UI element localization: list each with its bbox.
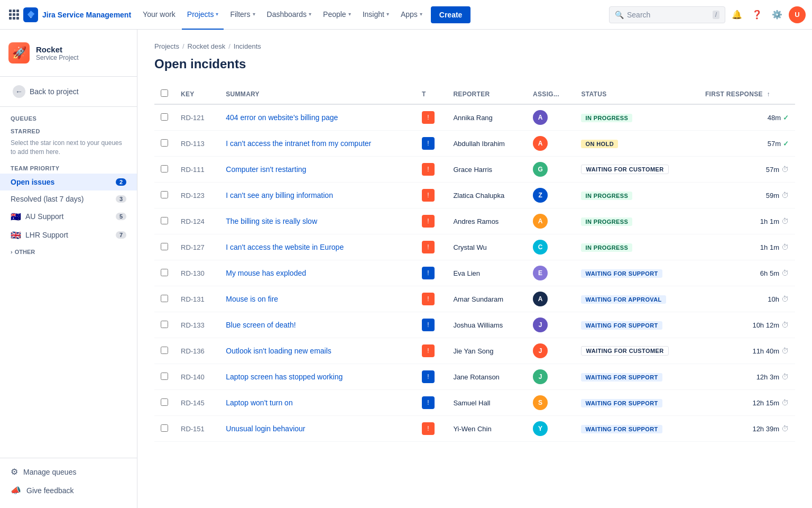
summary-link[interactable]: Laptop screen has stopped working bbox=[226, 373, 343, 381]
response-clock-icon: ⏱ bbox=[781, 321, 789, 329]
row-checkbox[interactable] bbox=[161, 295, 168, 302]
sidebar-item-lhr-support[interactable]: 🇬🇧 LHR Support 7 bbox=[0, 226, 137, 244]
row-checkbox[interactable] bbox=[161, 347, 168, 354]
summary-link[interactable]: My mouse has exploded bbox=[226, 269, 306, 277]
notifications-button[interactable]: 🔔 bbox=[728, 6, 745, 23]
back-to-project-button[interactable]: ← Back to project bbox=[4, 81, 133, 102]
row-assignee: A bbox=[527, 208, 575, 234]
summary-link[interactable]: The billing site is really slow bbox=[226, 217, 317, 225]
row-checkbox[interactable] bbox=[161, 165, 168, 173]
row-checkbox[interactable] bbox=[161, 373, 168, 380]
help-button[interactable]: ❓ bbox=[749, 6, 765, 23]
row-checkbox-cell bbox=[154, 183, 174, 208]
nav-item-dashboards[interactable]: Dashboards ▾ bbox=[262, 0, 317, 30]
row-response: 59m ⏱ bbox=[699, 183, 795, 208]
col-header-reporter: Reporter bbox=[447, 84, 527, 104]
row-key: RD-136 bbox=[174, 338, 219, 364]
summary-link[interactable]: I can't access the intranet from my comp… bbox=[226, 139, 371, 148]
row-key: RD-127 bbox=[174, 234, 219, 260]
summary-link[interactable]: 404 error on website's billing page bbox=[226, 113, 338, 122]
select-all-checkbox[interactable] bbox=[161, 89, 168, 97]
summary-link[interactable]: Unusual login behaviour bbox=[226, 424, 305, 433]
breadcrumb-rocket-desk[interactable]: Rocket desk bbox=[188, 42, 226, 50]
assignee-avatar: A bbox=[533, 292, 548, 306]
row-response: 12h 15m ⏱ bbox=[699, 390, 795, 416]
nav-item-projects[interactable]: Projects ▾ bbox=[182, 0, 224, 30]
type-icon: ! bbox=[422, 189, 435, 202]
row-checkbox[interactable] bbox=[161, 398, 168, 406]
row-checkbox-cell bbox=[154, 390, 174, 416]
row-key: RD-111 bbox=[174, 157, 219, 183]
give-feedback-button[interactable]: 📣 Give feedback bbox=[0, 481, 137, 500]
row-reporter: Annika Rang bbox=[447, 104, 527, 131]
row-summary: The billing site is really slow bbox=[219, 208, 416, 234]
summary-link[interactable]: Laptop won't turn on bbox=[226, 398, 292, 407]
row-checkbox[interactable] bbox=[161, 424, 168, 432]
row-status: WAITING FOR CUSTOMER bbox=[575, 338, 698, 364]
row-status: ON HOLD bbox=[575, 131, 698, 157]
row-reporter: Joshua Williams bbox=[447, 312, 527, 338]
nav-item-filters[interactable]: Filters ▾ bbox=[225, 0, 260, 30]
row-checkbox[interactable] bbox=[161, 113, 168, 121]
row-assignee: E bbox=[527, 260, 575, 286]
row-response: 57m ✓ bbox=[699, 131, 795, 157]
row-reporter: Jie Yan Song bbox=[447, 338, 527, 364]
summary-link[interactable]: I can't access the website in Europe bbox=[226, 243, 344, 251]
resolved-badge: 3 bbox=[116, 195, 126, 203]
table-row: RD-113 I can't access the intranet from … bbox=[154, 131, 795, 157]
row-checkbox-cell bbox=[154, 286, 174, 312]
response-time-value: 1h 1m bbox=[760, 243, 779, 251]
summary-link[interactable]: Computer isn't restarting bbox=[226, 165, 306, 174]
nav-item-insight[interactable]: Insight ▾ bbox=[357, 0, 394, 30]
grid-menu-button[interactable] bbox=[6, 7, 21, 22]
row-summary: Laptop screen has stopped working bbox=[219, 364, 416, 390]
search-box[interactable]: 🔍 Search / bbox=[609, 6, 725, 23]
type-icon: ! bbox=[422, 163, 435, 176]
row-assignee: S bbox=[527, 390, 575, 416]
other-chevron-icon: › bbox=[11, 249, 13, 255]
nav-item-apps[interactable]: Apps ▾ bbox=[395, 0, 428, 30]
app-logo[interactable]: Jira Service Management bbox=[23, 7, 131, 22]
nav-item-people[interactable]: People ▾ bbox=[318, 0, 356, 30]
row-checkbox[interactable] bbox=[161, 269, 168, 276]
grid-icon bbox=[9, 10, 19, 20]
summary-link[interactable]: Mouse is on fire bbox=[226, 295, 278, 303]
app-brand-label: Jira Service Management bbox=[42, 11, 131, 19]
table-row: RD-121 404 error on website's billing pa… bbox=[154, 104, 795, 131]
row-checkbox[interactable] bbox=[161, 217, 168, 224]
page-title: Open incidents bbox=[154, 57, 795, 71]
row-checkbox[interactable] bbox=[161, 191, 168, 198]
breadcrumb-projects[interactable]: Projects bbox=[154, 42, 179, 50]
assignee-avatar: C bbox=[533, 240, 548, 255]
settings-button[interactable]: ⚙️ bbox=[769, 6, 786, 23]
nav-item-your-work[interactable]: Your work bbox=[137, 0, 181, 30]
col-header-summary: Summary bbox=[219, 84, 416, 104]
sidebar-divider-2 bbox=[0, 106, 137, 107]
row-type: ! bbox=[416, 157, 447, 183]
row-type: ! bbox=[416, 286, 447, 312]
summary-link[interactable]: Blue screen of death! bbox=[226, 321, 296, 329]
sidebar-item-open-issues[interactable]: Open issues 2 bbox=[0, 174, 137, 190]
select-all-header bbox=[154, 84, 174, 104]
summary-link[interactable]: I can't see any billing information bbox=[226, 191, 333, 199]
row-assignee: Z bbox=[527, 183, 575, 208]
row-checkbox[interactable] bbox=[161, 321, 168, 328]
table-row: RD-145 Laptop won't turn on ! Samuel Hal… bbox=[154, 390, 795, 416]
col-header-first-response[interactable]: First response ↑ bbox=[699, 84, 795, 104]
user-avatar[interactable]: U bbox=[789, 6, 806, 23]
manage-queues-button[interactable]: ⚙ Manage queues bbox=[0, 462, 137, 481]
row-checkbox[interactable] bbox=[161, 243, 168, 250]
summary-link[interactable]: Outlook isn't loading new emails bbox=[226, 347, 331, 355]
sidebar-item-au-support[interactable]: 🇦🇺 AU Support 5 bbox=[0, 207, 137, 226]
type-icon: ! bbox=[422, 137, 435, 150]
create-button[interactable]: Create bbox=[431, 6, 471, 23]
response-clock-icon: ⏱ bbox=[781, 217, 789, 225]
row-checkbox[interactable] bbox=[161, 139, 168, 147]
sidebar-divider-1 bbox=[0, 76, 137, 77]
response-time-value: 59m bbox=[766, 192, 779, 199]
row-summary: I can't access the website in Europe bbox=[219, 234, 416, 260]
sidebar-item-resolved[interactable]: Resolved (last 7 days) 3 bbox=[0, 190, 137, 207]
status-badge: WAITING FOR SUPPORT bbox=[581, 269, 662, 278]
table-body: RD-121 404 error on website's billing pa… bbox=[154, 104, 795, 442]
other-section-toggle[interactable]: › Other bbox=[0, 244, 137, 259]
